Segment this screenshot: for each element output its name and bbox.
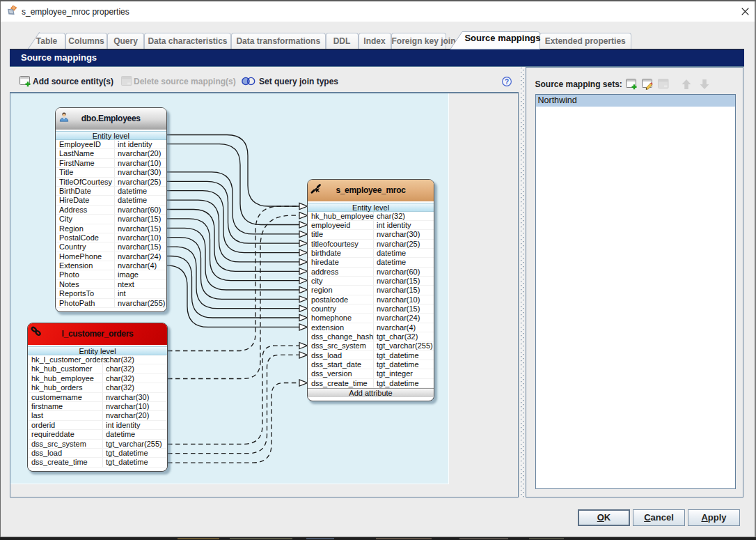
svg-text:?: ? [505, 77, 509, 85]
